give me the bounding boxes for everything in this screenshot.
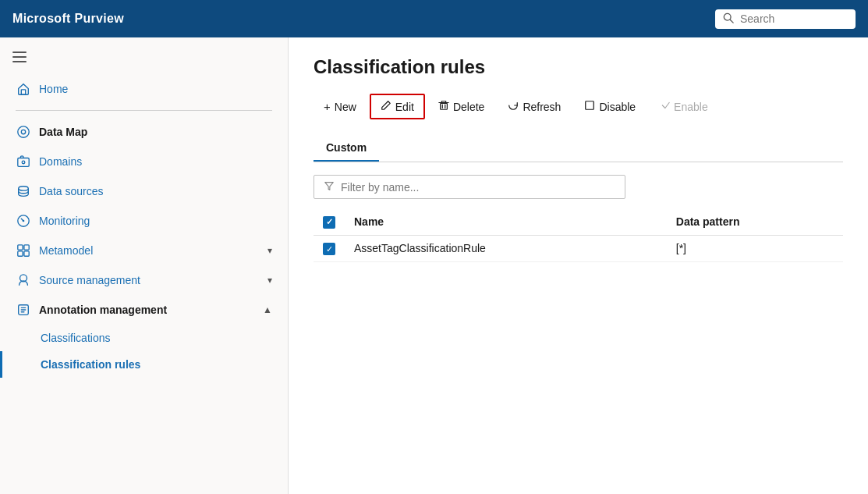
svg-rect-5: [21, 90, 25, 94]
domains-icon: [16, 155, 31, 169]
sidebar: Home Data Map Domains: [0, 37, 289, 494]
sidebar-item-label: Domains: [39, 155, 82, 168]
svg-rect-13: [18, 245, 23, 250]
chevron-down-icon: ▾: [267, 245, 272, 256]
row-checkbox[interactable]: [314, 235, 345, 262]
sidebar-item-data-sources[interactable]: Data sources: [0, 176, 288, 206]
svg-rect-3: [12, 56, 27, 58]
classification-rules-table: Name Data pattern AssetTagClassification…: [314, 208, 843, 262]
sidebar-subitem-label: Classifications: [41, 332, 110, 344]
table-header-name: Name: [345, 208, 667, 235]
sidebar-item-label: Metamodel: [39, 244, 93, 257]
disable-button[interactable]: Disable: [574, 94, 646, 119]
metamodel-icon: [16, 243, 31, 258]
page-title: Classification rules: [314, 56, 843, 78]
plus-icon: +: [324, 100, 331, 113]
annotation-icon: [16, 303, 31, 317]
sidebar-subitem-classification-rules[interactable]: Classification rules: [0, 351, 288, 378]
refresh-button[interactable]: Refresh: [498, 94, 571, 119]
sidebar-item-domains[interactable]: Domains: [0, 147, 288, 176]
datasources-icon: [16, 184, 31, 198]
sidebar-subitem-label: Classification rules: [41, 358, 140, 371]
svg-point-7: [21, 130, 25, 133]
filter-input-wrap[interactable]: [314, 175, 625, 199]
select-all-checkbox[interactable]: [323, 216, 335, 229]
svg-rect-19: [586, 101, 594, 110]
sidebar-item-home[interactable]: Home: [0, 74, 288, 104]
sidebar-subitem-classifications[interactable]: Classifications: [0, 325, 288, 351]
sidebar-item-label: Data sources: [39, 185, 103, 197]
sidebar-item-source-management[interactable]: Source management ▾: [0, 265, 288, 295]
new-button[interactable]: + New: [314, 94, 367, 119]
search-box[interactable]: [715, 9, 856, 29]
disable-icon: [584, 100, 595, 113]
filter-input[interactable]: [341, 181, 615, 194]
home-icon: [16, 82, 31, 96]
main-content: Classification rules + New Edit: [289, 37, 868, 494]
sidebar-item-label: Data Map: [39, 126, 87, 138]
chevron-down-icon: ▾: [267, 275, 272, 286]
svg-rect-15: [18, 251, 23, 256]
monitoring-icon: [16, 214, 31, 228]
svg-point-9: [22, 161, 25, 164]
edit-button[interactable]: Edit: [370, 94, 425, 119]
svg-rect-14: [24, 245, 29, 250]
svg-rect-4: [12, 61, 27, 62]
sidebar-item-metamodel[interactable]: Metamodel ▾: [0, 236, 288, 265]
svg-rect-16: [24, 251, 29, 256]
sidebar-item-label: Annotation management: [39, 304, 167, 316]
edit-icon: [381, 100, 391, 113]
enable-icon: [659, 100, 670, 113]
delete-button[interactable]: Delete: [428, 94, 494, 119]
svg-rect-2: [12, 52, 27, 53]
row-name: AssetTagClassificationRule: [345, 235, 667, 262]
table-header-checkbox: [314, 208, 345, 235]
chevron-up-icon: ▲: [263, 304, 272, 315]
search-icon: [723, 12, 734, 26]
hamburger-button[interactable]: [0, 47, 288, 74]
filter-icon: [324, 180, 335, 194]
topbar: Microsoft Purview: [0, 0, 868, 37]
toolbar: + New Edit Delet: [314, 94, 843, 123]
table-header-data-pattern: Data pattern: [667, 208, 843, 235]
row-data-pattern: [*]: [667, 235, 843, 262]
svg-point-12: [23, 220, 25, 222]
sidebar-item-data-map[interactable]: Data Map: [0, 117, 288, 147]
sidebar-item-label: Home: [39, 83, 68, 95]
app-title: Microsoft Purview: [12, 12, 124, 26]
svg-rect-8: [18, 158, 29, 167]
sidebar-item-monitoring[interactable]: Monitoring: [0, 206, 288, 236]
refresh-icon: [508, 100, 519, 113]
sidebar-divider: [16, 110, 272, 111]
search-input[interactable]: [740, 12, 848, 25]
datamap-icon: [16, 125, 31, 139]
layout: Home Data Map Domains: [0, 37, 868, 494]
tab-custom[interactable]: Custom: [314, 135, 379, 162]
svg-point-10: [19, 187, 29, 190]
tabs: Custom: [314, 135, 843, 162]
delete-icon: [438, 100, 449, 113]
sidebar-item-label: Source management: [39, 274, 140, 286]
sidebar-item-label: Monitoring: [39, 215, 90, 227]
sidebar-item-annotation-management[interactable]: Annotation management ▲: [0, 295, 288, 325]
svg-line-1: [730, 20, 733, 23]
enable-button[interactable]: Enable: [649, 94, 718, 119]
table-row[interactable]: AssetTagClassificationRule [*]: [314, 235, 843, 262]
svg-rect-18: [441, 103, 448, 109]
svg-point-6: [18, 126, 29, 137]
source-mgmt-icon: [16, 273, 31, 287]
